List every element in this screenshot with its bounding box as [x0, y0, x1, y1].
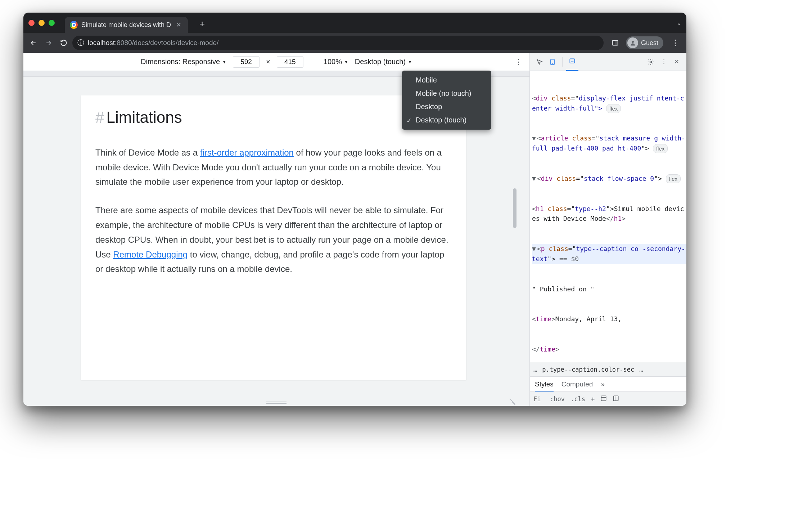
rendering-emulations-button[interactable] [613, 395, 619, 403]
hash-icon: # [95, 108, 104, 126]
url-text: localhost:8080/docs/devtools/device-mode… [88, 39, 218, 47]
profile-label: Guest [641, 39, 658, 47]
close-tab-button[interactable]: ✕ [175, 21, 183, 29]
crumb-more[interactable]: … [639, 366, 643, 373]
device-toolbar: Dimensions: Responsive ▼ × 100% ▼ Deskto… [23, 53, 529, 71]
elements-tree[interactable]: <div class="display-flex justif ntent-ce… [530, 71, 686, 362]
zoom-label: 100% [324, 58, 342, 66]
side-panel-button[interactable] [609, 36, 622, 49]
hov-button[interactable]: :hov [550, 395, 565, 403]
svg-point-4 [650, 61, 652, 63]
tab-title: Simulate mobile devices with D [81, 21, 171, 29]
resize-handle-corner[interactable] [509, 397, 516, 404]
maximize-window-button[interactable] [49, 20, 55, 26]
menu-item-desktop[interactable]: Desktop [402, 100, 491, 113]
device-type-label: Desktop (touch) [355, 58, 406, 66]
browser-window: Simulate mobile devices with D ✕ + ⌄ ⓘ l… [23, 13, 686, 406]
chevron-down-icon: ▼ [222, 59, 226, 64]
back-button[interactable] [27, 36, 40, 49]
elements-tab-icon[interactable] [566, 53, 578, 71]
svg-rect-3 [570, 59, 574, 63]
site-info-icon[interactable]: ⓘ [77, 38, 84, 48]
forward-button[interactable] [42, 36, 55, 49]
avatar-icon [627, 37, 638, 48]
dimensions-dropdown[interactable]: Dimensions: Responsive ▼ [141, 58, 226, 66]
settings-button[interactable] [645, 56, 657, 68]
address-bar[interactable]: ⓘ localhost:8080/docs/devtools/device-mo… [72, 36, 604, 50]
zoom-dropdown[interactable]: 100% ▼ [324, 58, 348, 66]
selected-dom-node[interactable]: ▼<p class="type--caption co -secondary-t… [532, 244, 686, 264]
check-icon: ✓ [406, 117, 412, 125]
reload-button[interactable] [57, 36, 70, 49]
titlebar: Simulate mobile devices with D ✕ + ⌄ [23, 13, 686, 33]
browser-tab[interactable]: Simulate mobile devices with D ✕ [65, 17, 188, 33]
svg-point-1 [632, 41, 634, 43]
device-toolbar-menu-button[interactable]: ⋮ [514, 57, 522, 67]
link-first-order[interactable]: first-order approximation [200, 148, 294, 157]
profile-button[interactable]: Guest [626, 36, 663, 49]
device-type-menu: Mobile Mobile (no touch) Desktop ✓Deskto… [402, 71, 491, 130]
crumb-more[interactable]: … [533, 366, 537, 373]
dimensions-label: Dimensions: Responsive [141, 58, 220, 66]
crumb-active[interactable]: p.type--caption.color-sec [542, 366, 634, 373]
content-area: Dimensions: Responsive ▼ × 100% ▼ Deskto… [23, 53, 686, 406]
close-devtools-button[interactable]: ✕ [671, 56, 683, 68]
width-input[interactable] [233, 56, 260, 68]
new-tab-button[interactable]: + [199, 18, 205, 30]
minimize-window-button[interactable] [39, 20, 45, 26]
menu-item-mobile-no-touch[interactable]: Mobile (no touch) [402, 87, 491, 100]
chrome-menu-button[interactable]: ⋮ [668, 38, 683, 48]
chevron-down-icon: ▼ [408, 59, 412, 64]
devtools-panel: ⋮ ✕ <div class="display-flex justif nten… [530, 53, 686, 406]
devtools-menu-button[interactable]: ⋮ [658, 56, 670, 68]
styles-filter-bar: :hov .cls + [530, 391, 686, 406]
breadcrumb[interactable]: … p.type--caption.color-sec … [530, 362, 686, 376]
svg-rect-0 [612, 40, 618, 45]
toggle-device-toolbar-button[interactable] [546, 56, 559, 68]
tab-more[interactable]: » [601, 380, 605, 388]
menu-item-desktop-touch[interactable]: ✓Desktop (touch) [402, 113, 491, 127]
rendered-page[interactable]: #Limitations Think of Device Mode as a f… [81, 95, 466, 380]
device-type-dropdown[interactable]: Desktop (touch) ▼ [355, 58, 412, 66]
window-controls [28, 20, 55, 26]
svg-rect-5 [601, 396, 606, 401]
inspect-element-button[interactable] [533, 56, 546, 68]
chevron-down-icon: ▼ [344, 59, 348, 64]
menu-item-mobile[interactable]: Mobile [402, 73, 491, 87]
tab-list-button[interactable]: ⌄ [677, 19, 681, 26]
svg-rect-6 [613, 396, 618, 401]
height-input[interactable] [277, 56, 303, 68]
computed-styles-sidebar-button[interactable] [600, 395, 607, 403]
close-window-button[interactable] [28, 20, 35, 26]
times-label: × [266, 58, 270, 66]
tab-styles[interactable]: Styles [535, 376, 554, 392]
styles-tabs: Styles Computed » [530, 376, 686, 391]
link-remote-debugging[interactable]: Remote Debugging [113, 250, 188, 259]
resize-handle-horizontal[interactable] [266, 402, 287, 404]
new-style-rule-button[interactable]: + [591, 395, 595, 403]
styles-filter-input[interactable] [533, 395, 544, 403]
devtools-toolbar: ⋮ ✕ [530, 53, 686, 71]
tab-computed[interactable]: Computed [561, 380, 593, 388]
page-paragraph: Think of Device Mode as a first-order ap… [95, 145, 452, 189]
page-paragraph: There are some aspects of mobile devices… [95, 203, 452, 277]
toolbar: ⓘ localhost:8080/docs/devtools/device-mo… [23, 33, 686, 53]
chrome-favicon-icon [70, 21, 78, 29]
cls-button[interactable]: .cls [570, 395, 585, 403]
scrollbar-thumb[interactable] [513, 188, 516, 228]
page-heading: #Limitations [95, 104, 452, 131]
